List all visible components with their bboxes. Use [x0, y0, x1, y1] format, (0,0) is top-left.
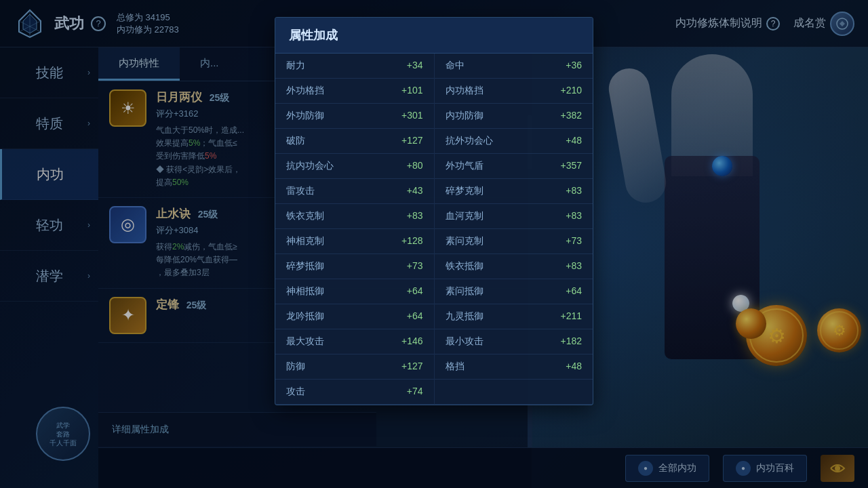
table-row: 外功防御+301 内功防御+382 [275, 104, 593, 129]
table-row: 抗内功会心+80 外功气盾+357 [275, 154, 593, 179]
table-row: 攻击+74 [275, 380, 593, 405]
popup-overlay: 属性加成 耐力+34 命中+36 外功格挡+101 [0, 0, 868, 488]
stat-cell: 神相抵御+64 [275, 279, 434, 304]
stat-cell: 铁衣抵御+83 [434, 254, 593, 279]
stat-cell: 龙吟抵御+64 [275, 304, 434, 329]
stat-cell: 外功气盾+357 [434, 154, 593, 179]
table-row: 外功格挡+101 内功格挡+210 [275, 79, 593, 104]
stat-cell: 碎梦克制+83 [434, 179, 593, 204]
popup-title: 属性加成 [275, 18, 593, 54]
stat-cell: 素问抵御+64 [434, 279, 593, 304]
stat-cell: 血河克制+83 [434, 204, 593, 229]
stat-cell: 外功防御+301 [275, 104, 434, 129]
table-row: 神相克制+128 素问克制+73 [275, 229, 593, 254]
stat-cell: 攻击+74 [275, 380, 434, 405]
stat-cell: 抗外功会心+48 [434, 129, 593, 154]
stats-table: 耐力+34 命中+36 外功格挡+101 内功格挡+210 [275, 54, 593, 405]
table-row: 碎梦抵御+73 铁衣抵御+83 [275, 254, 593, 279]
table-row: 神相抵御+64 素问抵御+64 [275, 279, 593, 304]
table-row: 最大攻击+146 最小攻击+182 [275, 329, 593, 354]
stat-cell: 素问克制+73 [434, 229, 593, 254]
stat-cell: 神相克制+128 [275, 229, 434, 254]
stat-cell: 抗内功会心+80 [275, 154, 434, 179]
stat-cell: 破防+127 [275, 129, 434, 154]
stat-cell: 外功格挡+101 [275, 79, 434, 104]
stat-cell: 命中+36 [434, 54, 593, 79]
stat-cell: 格挡+48 [434, 354, 593, 380]
table-row: 防御+127 格挡+48 [275, 354, 593, 380]
stat-cell: 最大攻击+146 [275, 329, 434, 354]
stat-cell: 碎梦抵御+73 [275, 254, 434, 279]
stat-cell: 防御+127 [275, 354, 434, 380]
attribute-popup: 属性加成 耐力+34 命中+36 外功格挡+101 [275, 17, 593, 405]
table-row: 铁衣克制+83 血河克制+83 [275, 204, 593, 229]
stat-cell: 内功格挡+210 [434, 79, 593, 104]
table-row: 破防+127 抗外功会心+48 [275, 129, 593, 154]
stat-cell: 内功防御+382 [434, 104, 593, 129]
stat-cell: 雷攻击+43 [275, 179, 434, 204]
table-row: 雷攻击+43 碎梦克制+83 [275, 179, 593, 204]
table-row: 龙吟抵御+64 九灵抵御+211 [275, 304, 593, 329]
stat-cell: 铁衣克制+83 [275, 204, 434, 229]
stat-cell: 九灵抵御+211 [434, 304, 593, 329]
stat-cell [434, 380, 593, 405]
stat-cell: 耐力+34 [275, 54, 434, 79]
table-row: 耐力+34 命中+36 [275, 54, 593, 79]
stat-cell: 最小攻击+182 [434, 329, 593, 354]
